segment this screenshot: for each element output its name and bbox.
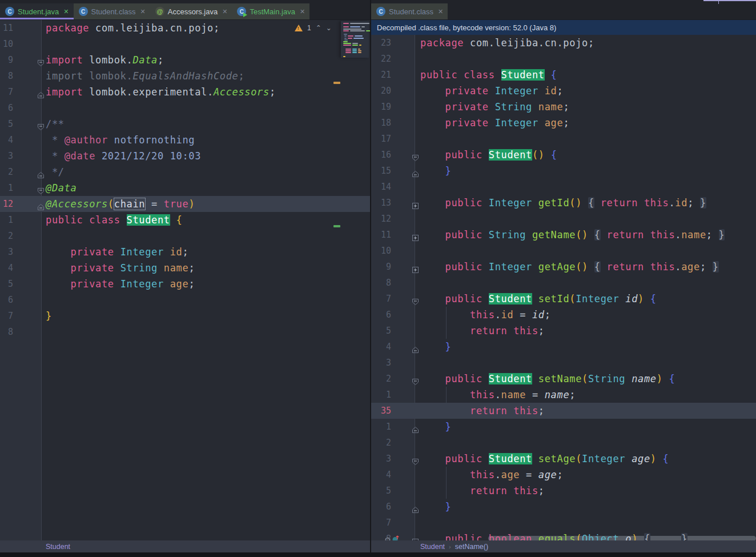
code-line[interactable]: 3 <box>371 355 756 371</box>
code-line[interactable]: 16 public Student() { <box>371 147 756 163</box>
code-line[interactable]: 15 } <box>371 163 756 179</box>
fold-marker[interactable] <box>412 343 419 350</box>
tab-accessors-java[interactable]: @Accessors.java✕ <box>150 3 232 19</box>
code-line[interactable]: 6 <box>0 292 370 308</box>
breadcrumb-item[interactable]: Student <box>420 543 445 551</box>
code-token: } <box>713 261 719 273</box>
code-line[interactable]: 3 private Integer id; <box>0 244 370 260</box>
code-line[interactable]: 12 <box>371 211 756 227</box>
fold-marker[interactable] <box>37 168 45 175</box>
code-line[interactable]: 7} <box>0 308 370 324</box>
breadcrumb-item[interactable]: Student <box>46 543 70 551</box>
error-stripe-mark[interactable] <box>333 225 340 227</box>
code-line[interactable]: 11package com.leijiba.cn.pojo; <box>0 20 370 36</box>
code-line[interactable]: 5 return this; <box>371 323 756 339</box>
code-text: return this; <box>420 483 545 499</box>
code-line[interactable]: 7import lombok.experimental.Accessors; <box>0 84 370 100</box>
code-line[interactable]: 22 <box>371 51 756 67</box>
code-line[interactable]: 12@Accessors(chain = true) <box>0 196 370 212</box>
code-line[interactable]: 6 <box>0 100 370 116</box>
line-number: 9 <box>0 52 13 68</box>
right-editor[interactable]: 23package com.leijiba.cn.pojo;2221public… <box>371 35 756 540</box>
fold-marker[interactable] <box>412 151 419 158</box>
close-icon[interactable]: ✕ <box>300 9 305 15</box>
tab-student-java[interactable]: CStudent.java✕ <box>0 3 74 19</box>
code-token: name <box>164 262 189 274</box>
code-line[interactable]: 4 private String name; <box>0 260 370 276</box>
fold-marker[interactable] <box>412 455 419 462</box>
code-token: { <box>650 293 657 304</box>
code-line[interactable]: 8import lombok.EqualsAndHashCode; <box>0 68 370 84</box>
fold-marker[interactable] <box>37 200 45 207</box>
code-line[interactable]: 7 public Student setId(Integer id) { <box>371 291 756 307</box>
code-line[interactable]: 35 return this; <box>371 403 756 419</box>
fold-marker[interactable] <box>37 120 45 127</box>
code-line[interactable]: 13 public Integer getId() { return this.… <box>371 195 756 211</box>
code-line[interactable]: 6 this.id = id; <box>371 307 756 323</box>
code-line[interactable]: 2 public Student setName(String name) { <box>371 371 756 387</box>
code-token: ( <box>576 533 582 540</box>
fold-marker[interactable] <box>412 231 419 238</box>
fold-marker[interactable] <box>412 295 419 302</box>
code-token: com.leijiba.cn.pojo; <box>464 37 594 49</box>
line-number: 3 <box>0 148 13 164</box>
code-line[interactable]: 5/** <box>0 116 370 132</box>
overrides-method-icon[interactable] <box>392 535 400 540</box>
code-line[interactable]: 10 <box>0 36 370 52</box>
line-number: 35 <box>371 403 391 419</box>
code-line[interactable]: 2 <box>371 435 756 451</box>
close-icon[interactable]: ✕ <box>63 9 69 15</box>
code-line[interactable]: 23package com.leijiba.cn.pojo; <box>371 35 756 51</box>
code-line[interactable]: 17 <box>371 131 756 147</box>
code-line[interactable]: 1 } <box>371 419 756 435</box>
code-line[interactable]: 3 * @date 2021/12/20 10:03 <box>0 148 370 164</box>
fold-marker[interactable] <box>37 56 45 63</box>
code-line[interactable]: 1 this.name = name; <box>371 387 756 403</box>
code-line[interactable]: 21public class Student { <box>371 67 756 83</box>
code-line[interactable]: 5 return this; <box>371 483 756 499</box>
code-line[interactable]: 14 <box>371 179 756 195</box>
tab-testmain-java[interactable]: CTestMain.java✕ <box>232 3 309 19</box>
code-line[interactable]: 3 public Student setAge(Integer age) { <box>371 451 756 467</box>
fold-marker[interactable] <box>412 263 419 270</box>
error-stripe-mark[interactable] <box>333 82 340 84</box>
fold-marker[interactable] <box>37 184 45 191</box>
code-line[interactable]: 5 private Integer age; <box>0 276 370 292</box>
fold-marker[interactable] <box>412 375 419 382</box>
tab-student-class[interactable]: CStudent.class✕ <box>371 3 448 19</box>
fold-marker[interactable] <box>412 503 419 510</box>
code-line[interactable]: 2 <box>0 228 370 244</box>
code-line[interactable]: 4 } <box>371 339 756 355</box>
code-line[interactable]: 11 public String getName() { return this… <box>371 227 756 243</box>
code-line[interactable]: 8 <box>371 275 756 291</box>
close-icon[interactable]: ✕ <box>438 9 443 15</box>
code-line[interactable]: 1public class Student { <box>0 212 370 228</box>
code-line[interactable]: 4 this.age = age; <box>371 467 756 483</box>
left-editor[interactable]: 1 ⌃ ⌄ 11package com.leijiba.cn.pojo;109i… <box>0 20 370 540</box>
code-line[interactable]: 8 public boolean equals(Object o) { ... … <box>371 531 756 540</box>
code-line[interactable]: 9 public Integer getAge() { return this.… <box>371 259 756 275</box>
breadcrumb-item[interactable]: setName() <box>455 543 488 551</box>
code-line[interactable]: 9import lombok.Data; <box>0 52 370 68</box>
code-line[interactable]: 10 <box>371 243 756 259</box>
fold-marker[interactable] <box>37 88 45 95</box>
code-line[interactable]: 4 * @author notfornothing <box>0 132 370 148</box>
fold-marker[interactable] <box>412 167 419 174</box>
code-token: ( <box>582 373 588 384</box>
code-line[interactable]: 6 } <box>371 499 756 515</box>
code-line[interactable]: 18 private Integer age; <box>371 115 756 131</box>
code-token: = <box>526 389 545 400</box>
tab-student-class[interactable]: CStudent.class✕ <box>74 3 150 19</box>
fold-marker[interactable] <box>412 423 419 430</box>
fold-marker[interactable] <box>412 535 419 540</box>
code-line[interactable]: 2 */ <box>0 164 370 180</box>
close-icon[interactable]: ✕ <box>222 9 227 15</box>
code-token: . <box>495 469 501 480</box>
code-line[interactable]: 7 <box>371 515 756 531</box>
close-icon[interactable]: ✕ <box>140 9 146 15</box>
fold-marker[interactable] <box>412 199 419 206</box>
code-line[interactable]: 20 private Integer id; <box>371 83 756 99</box>
code-line[interactable]: 19 private String name; <box>371 99 756 115</box>
code-line[interactable]: 8 <box>0 324 370 340</box>
code-line[interactable]: 1@Data <box>0 180 370 196</box>
